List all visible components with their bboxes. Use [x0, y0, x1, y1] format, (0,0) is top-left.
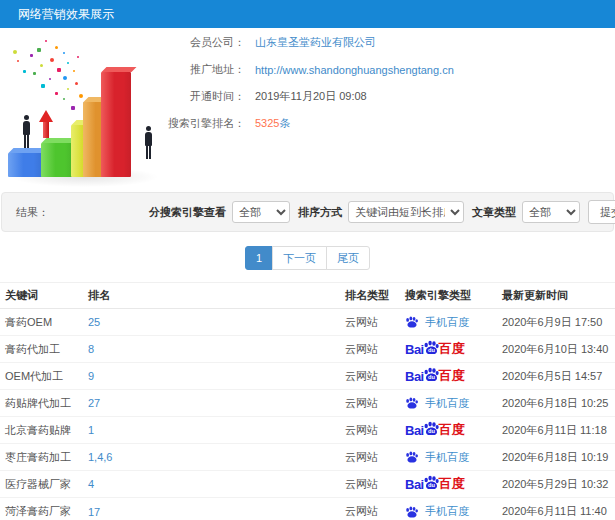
engine-cell: Bai du 百度 — [405, 421, 502, 439]
rank-type-cell: 云网站 — [345, 504, 405, 519]
header-rank-type: 排名类型 — [345, 288, 405, 303]
rank-link[interactable]: 17 — [88, 506, 345, 518]
company-link[interactable]: 山东皇圣堂药业有限公司 — [255, 35, 376, 50]
mobile-baidu-paw-icon — [405, 450, 420, 464]
rank-link[interactable]: 9 — [88, 370, 345, 382]
rank-type-cell: 云网站 — [345, 477, 405, 492]
updated-cell: 2020年6月11日 11:18 — [502, 423, 610, 438]
rank-type-cell: 云网站 — [345, 396, 405, 411]
rank-count-label: 搜索引擎排名： — [0, 116, 245, 131]
engine-cell: Bai du 百度 — [405, 475, 502, 493]
engine-cell: 手机百度 — [405, 396, 502, 411]
engine-cell: 手机百度 — [405, 450, 502, 465]
info-section: 会员公司： 山东皇圣堂药业有限公司 推广地址： http://www.shand… — [0, 28, 615, 192]
promo-url-link[interactable]: http://www.shandonghuangshengtang.cn — [255, 64, 454, 76]
keyword-cell: 北京膏药贴牌 — [5, 423, 88, 438]
sort-filter-label: 排序方式 — [298, 205, 342, 220]
table-row: 医疗器械厂家 4 云网站 Bai du 百度 2020年5月29日 10:32 — [0, 471, 615, 498]
submit-button[interactable]: 提交 — [588, 200, 615, 224]
rank-type-cell: 云网站 — [345, 450, 405, 465]
keyword-cell: 菏泽膏药厂家 — [5, 504, 88, 519]
result-label: 结果： — [16, 205, 49, 220]
keyword-cell: 膏药代加工 — [5, 342, 88, 357]
updated-cell: 2020年6月11日 11:40 — [502, 504, 610, 519]
table-row: 菏泽膏药厂家 17 云网站 手机百度 2020年6月11日 11:40 — [0, 498, 615, 520]
article-type-select[interactable]: 全部 — [522, 201, 580, 223]
baidu-paw-icon: du — [423, 474, 440, 491]
rank-type-cell: 云网站 — [345, 342, 405, 357]
mobile-baidu-paw-icon — [405, 505, 420, 519]
rank-count-value: 5325条 — [255, 116, 290, 131]
mobile-baidu-logo: 手机百度 — [405, 396, 502, 411]
table-row: 膏药OEM 25 云网站 手机百度 2020年6月9日 17:50 — [0, 309, 615, 336]
mobile-baidu-paw-icon — [405, 396, 420, 410]
rank-link[interactable]: 27 — [88, 397, 345, 409]
info-row-opened: 开通时间： 2019年11月20日 09:08 — [0, 83, 615, 110]
engine-cell: 手机百度 — [405, 315, 502, 330]
rank-type-cell: 云网站 — [345, 369, 405, 384]
rank-count-suffix[interactable]: 条 — [279, 117, 290, 129]
company-label: 会员公司： — [0, 35, 245, 50]
header-updated: 最新更新时间 — [502, 288, 610, 303]
rank-count-number: 5325 — [255, 117, 279, 129]
engine-cell: Bai du 百度 — [405, 340, 502, 358]
rank-type-cell: 云网站 — [345, 423, 405, 438]
rank-type-cell: 云网站 — [345, 315, 405, 330]
keyword-cell: 医疗器械厂家 — [5, 477, 88, 492]
table-row: 药贴牌代加工 27 云网站 手机百度 2020年6月18日 10:25 — [0, 390, 615, 417]
chart-bar — [41, 143, 73, 177]
baidu-paw-icon: du — [423, 366, 440, 383]
last-page-button[interactable]: 尾页 — [326, 246, 370, 270]
svg-text:du: du — [428, 347, 435, 353]
sort-filter-select[interactable]: 关键词由短到长排序 — [348, 201, 464, 223]
rank-link[interactable]: 8 — [88, 343, 345, 355]
table-row: 膏药代加工 8 云网站 Bai du 百度 2020年6月10日 13:40 — [0, 336, 615, 363]
page: 网络营销效果展示 会员公司： 山东皇圣堂药业有限公司 推广地址： http: — [0, 0, 615, 520]
rank-link[interactable]: 1,4,6 — [88, 451, 345, 463]
table-row: 北京膏药贴牌 1 云网站 Bai du 百度 2020年6月11日 11:18 — [0, 417, 615, 444]
baidu-paw-icon: du — [423, 420, 440, 437]
baidu-logo: Bai du 百度 — [405, 367, 502, 385]
svg-text:du: du — [428, 374, 435, 380]
engine-cell: 手机百度 — [405, 504, 502, 519]
updated-cell: 2020年6月10日 13:40 — [502, 342, 610, 357]
info-row-url: 推广地址： http://www.shandonghuangshengtang.… — [0, 56, 615, 83]
rank-link[interactable]: 4 — [88, 478, 345, 490]
table-header-row: 关键词 排名 排名类型 搜索引擎类型 最新更新时间 — [0, 283, 615, 309]
header-engine-type: 搜索引擎类型 — [405, 288, 502, 303]
table-body: 膏药OEM 25 云网站 手机百度 2020年6月9日 17:50 膏药代加工 … — [0, 309, 615, 520]
page-1-button[interactable]: 1 — [245, 246, 273, 270]
info-row-rank-count: 搜索引擎排名： 5325条 — [0, 110, 615, 137]
svg-text:du: du — [428, 482, 435, 488]
mobile-baidu-logo: 手机百度 — [405, 504, 502, 519]
open-time-value: 2019年11月20日 09:08 — [255, 89, 367, 104]
engine-filter-select[interactable]: 全部 — [232, 201, 290, 223]
table-row: 枣庄膏药加工 1,4,6 云网站 手机百度 2020年6月18日 10:19 — [0, 444, 615, 471]
filter-group: 分搜索引擎查看 全部 排序方式 关键词由短到长排序 文章类型 全部 提交 — [141, 200, 615, 224]
keyword-cell: OEM代加工 — [5, 369, 88, 384]
open-time-label: 开通时间： — [0, 89, 245, 104]
chart-bar — [8, 153, 42, 177]
baidu-logo: Bai du 百度 — [405, 475, 502, 493]
results-table: 关键词 排名 排名类型 搜索引擎类型 最新更新时间 膏药OEM 25 云网站 手… — [0, 282, 615, 520]
baidu-paw-icon: du — [423, 339, 440, 356]
rank-link[interactable]: 25 — [88, 316, 345, 328]
updated-cell: 2020年5月29日 10:32 — [502, 477, 610, 492]
svg-text:du: du — [428, 428, 435, 434]
updated-cell: 2020年6月18日 10:25 — [502, 396, 610, 411]
pagination: 1 下一页 尾页 — [0, 246, 615, 270]
keyword-cell: 药贴牌代加工 — [5, 396, 88, 411]
mobile-baidu-paw-icon — [405, 315, 420, 329]
table-row: OEM代加工 9 云网站 Bai du 百度 2020年6月5日 14:57 — [0, 363, 615, 390]
keyword-cell: 膏药OEM — [5, 315, 88, 330]
updated-cell: 2020年6月5日 14:57 — [502, 369, 610, 384]
baidu-logo: Bai du 百度 — [405, 421, 502, 439]
filter-bar: 结果： 分搜索引擎查看 全部 排序方式 关键词由短到长排序 文章类型 全部 提交 — [1, 192, 614, 232]
mobile-baidu-logo: 手机百度 — [405, 450, 502, 465]
page-title: 网络营销效果展示 — [0, 0, 615, 28]
rank-link[interactable]: 1 — [88, 424, 345, 436]
info-rows: 会员公司： 山东皇圣堂药业有限公司 推广地址： http://www.shand… — [0, 29, 615, 137]
next-page-button[interactable]: 下一页 — [272, 246, 327, 270]
header-keyword: 关键词 — [5, 288, 88, 303]
engine-cell: Bai du 百度 — [405, 367, 502, 385]
